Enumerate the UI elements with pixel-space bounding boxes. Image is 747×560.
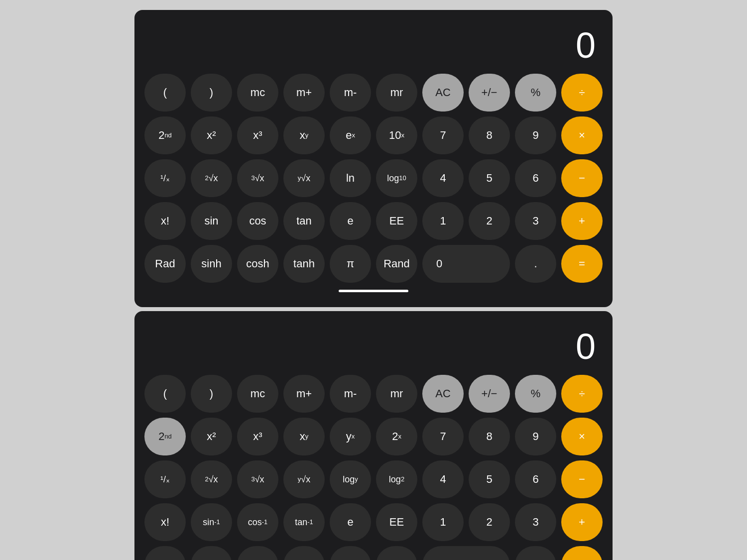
arctan-btn[interactable]: tan-1 [283,503,325,541]
log10-btn[interactable]: log10 [376,159,417,197]
sqrt3-btn2[interactable]: 3√x [237,460,278,498]
open-paren-btn[interactable]: ( [144,74,186,112]
sin-btn[interactable]: sin [191,202,232,240]
six-btn2[interactable]: 6 [515,460,556,498]
ee-btn2[interactable]: EE [376,503,417,541]
two-btn[interactable]: 2 [469,202,510,240]
ee-btn[interactable]: EE [376,202,417,240]
mminus-btn[interactable]: m- [330,74,371,112]
sqrt3-btn[interactable]: 3√x [237,159,278,197]
close-paren-btn[interactable]: ) [191,74,232,112]
seven-btn2[interactable]: 7 [422,418,464,455]
four-btn2[interactable]: 4 [422,460,464,498]
equals-btn2[interactable]: = [561,546,603,560]
sqrt2-btn2[interactable]: 2√x [191,460,232,498]
sinh-btn[interactable]: sinh [191,245,232,283]
reciprocal-btn2[interactable]: ¹/ₓ [144,460,186,498]
xcube-btn2[interactable]: x³ [237,418,278,455]
tan-btn[interactable]: tan [283,202,325,240]
sqrt2-btn[interactable]: 2√x [191,159,232,197]
logy-btn[interactable]: logy [330,460,371,498]
seven-btn[interactable]: 7 [422,116,464,154]
plusminus-btn[interactable]: +/− [469,74,510,112]
ac-btn2[interactable]: AC [422,375,464,413]
two-btn2[interactable]: 2 [469,503,510,541]
e-btn[interactable]: e [330,202,371,240]
reciprocal-btn[interactable]: ¹/ₓ [144,159,186,197]
multiply-btn2[interactable]: × [561,418,603,455]
rand-btn[interactable]: Rand [376,245,417,283]
equals-btn[interactable]: = [561,245,603,283]
subtract-btn[interactable]: − [561,159,603,197]
one-btn[interactable]: 1 [422,202,464,240]
zero-btn2[interactable]: 0 [422,546,510,560]
xsq-btn[interactable]: x² [191,116,232,154]
decimal-btn2[interactable]: . [515,546,556,560]
e-btn2[interactable]: e [330,503,371,541]
add-btn[interactable]: + [561,202,603,240]
three-btn2[interactable]: 3 [515,503,556,541]
one-btn2[interactable]: 1 [422,503,464,541]
multiply-btn[interactable]: × [561,116,603,154]
mminus-btn2[interactable]: m- [330,375,371,413]
nine-btn2[interactable]: 9 [515,418,556,455]
five-btn[interactable]: 5 [469,159,510,197]
xcube-btn[interactable]: x³ [237,116,278,154]
arccos-btn[interactable]: cos-1 [237,503,278,541]
percent-btn2[interactable]: % [515,375,556,413]
factorial-btn2[interactable]: x! [144,503,186,541]
mc-btn2[interactable]: mc [237,375,278,413]
percent-btn[interactable]: % [515,74,556,112]
xpowy-btn2[interactable]: xy [283,418,325,455]
factorial-btn[interactable]: x! [144,202,186,240]
arctanh-btn[interactable]: tanh-1 [283,546,325,560]
close-paren-btn2[interactable]: ) [191,375,232,413]
open-paren-btn2[interactable]: ( [144,375,186,413]
rad-btn[interactable]: Rad [144,245,186,283]
log2-btn[interactable]: log2 [376,460,417,498]
10powx-btn[interactable]: 10x [376,116,417,154]
arcsinh-btn[interactable]: sinh-1 [191,546,232,560]
mc-btn[interactable]: mc [237,74,278,112]
tanh-btn[interactable]: tanh [283,245,325,283]
pi-btn2[interactable]: π [330,546,371,560]
mplus-btn[interactable]: m+ [283,74,325,112]
divide-btn2[interactable]: ÷ [561,375,603,413]
zero-btn[interactable]: 0 [422,245,510,283]
four-btn[interactable]: 4 [422,159,464,197]
mr-btn2[interactable]: mr [376,375,417,413]
epowx-btn[interactable]: ex [330,116,371,154]
cos-btn[interactable]: cos [237,202,278,240]
ac-btn[interactable]: AC [422,74,464,112]
sqrty-btn2[interactable]: y√x [283,460,325,498]
mr-btn[interactable]: mr [376,74,417,112]
2nd-btn[interactable]: 2nd [144,116,186,154]
ln-btn[interactable]: ln [330,159,371,197]
ypowx-btn[interactable]: yx [330,418,371,455]
arccosh-btn[interactable]: cosh-1 [237,546,278,560]
pi-btn[interactable]: π [330,245,371,283]
rand-btn2[interactable]: Rand [376,546,417,560]
calculator-1: 0 ( ) mc m+ m- mr AC +/− % ÷ 2nd x² x³ x… [134,10,613,307]
cosh-btn[interactable]: cosh [237,245,278,283]
decimal-btn[interactable]: . [515,245,556,283]
eight-btn[interactable]: 8 [469,116,510,154]
sqrty-btn[interactable]: y√x [283,159,325,197]
2nd-btn2[interactable]: 2nd [144,418,186,455]
nine-btn[interactable]: 9 [515,116,556,154]
rad-btn2[interactable]: Rad [144,546,186,560]
mplus-btn2[interactable]: m+ [283,375,325,413]
add-btn2[interactable]: + [561,503,603,541]
arcsin-btn[interactable]: sin-1 [191,503,232,541]
plusminus-btn2[interactable]: +/− [469,375,510,413]
xpowy-btn[interactable]: xy [283,116,325,154]
six-btn[interactable]: 6 [515,159,556,197]
divide-btn[interactable]: ÷ [561,74,603,112]
xsq-btn2[interactable]: x² [191,418,232,455]
five-btn2[interactable]: 5 [469,460,510,498]
home-indicator-1 [339,290,408,292]
eight-btn2[interactable]: 8 [469,418,510,455]
2powx-btn[interactable]: 2x [376,418,417,455]
subtract-btn2[interactable]: − [561,460,603,498]
three-btn[interactable]: 3 [515,202,556,240]
